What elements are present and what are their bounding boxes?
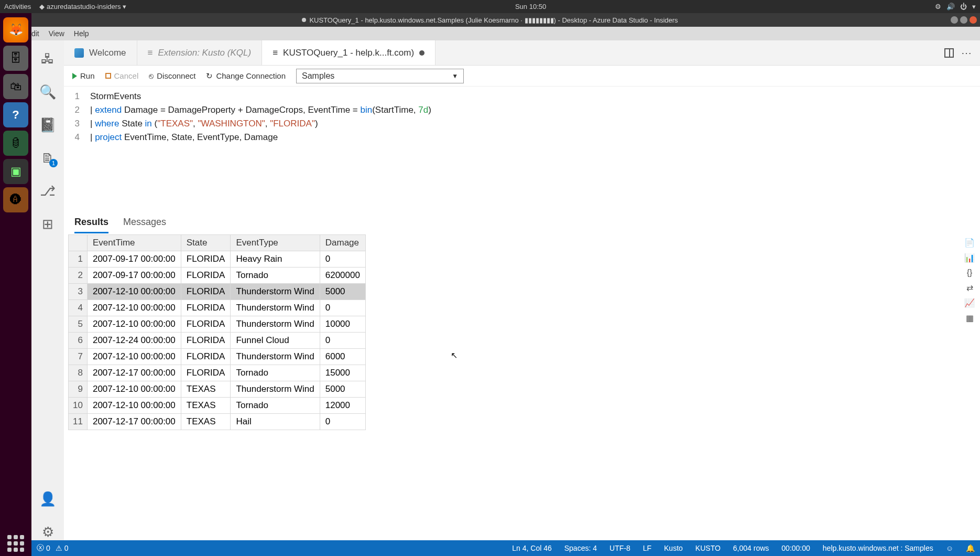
- status-cursor[interactable]: Ln 4, Col 46: [512, 544, 552, 552]
- row-number-header[interactable]: [69, 235, 88, 251]
- cell[interactable]: TEXAS: [181, 414, 231, 430]
- cancel-button[interactable]: Cancel: [105, 71, 139, 80]
- cell[interactable]: Thunderstorm Wind: [231, 300, 320, 316]
- cell[interactable]: FLORIDA: [181, 268, 231, 284]
- activities-button[interactable]: Activities: [4, 3, 31, 10]
- cell[interactable]: 2007-09-17 00:00:00: [87, 268, 181, 284]
- tab-welcome[interactable]: Welcome: [64, 40, 137, 65]
- tab-extension[interactable]: ≡ Extension: Kusto (KQL): [137, 40, 263, 65]
- table-row[interactable]: 92007-12-10 00:00:00TEXASThunderstorm Wi…: [69, 381, 366, 398]
- messages-tab[interactable]: Messages: [123, 217, 166, 233]
- status-language[interactable]: Kusto: [664, 544, 683, 552]
- cell[interactable]: 10000: [320, 316, 365, 333]
- cell[interactable]: 2007-12-17 00:00:00: [87, 414, 181, 430]
- activity-connections-icon[interactable]: 🖧: [41, 51, 55, 67]
- cell[interactable]: 5000: [320, 381, 365, 398]
- status-eol[interactable]: LF: [643, 544, 651, 552]
- cell[interactable]: FLORIDA: [181, 333, 231, 349]
- status-elapsed[interactable]: 00:00:00: [781, 544, 810, 552]
- activity-search-icon[interactable]: 🔍: [39, 84, 56, 100]
- table-row[interactable]: 82007-12-17 00:00:00FLORIDATornado15000: [69, 365, 366, 381]
- tab-active-query[interactable]: ≡ KUSTOQuery_1 - help.k...ft.com): [262, 40, 435, 65]
- power-icon[interactable]: ⏻: [960, 3, 967, 10]
- table-row[interactable]: 32007-12-10 00:00:00FLORIDAThunderstorm …: [69, 284, 366, 300]
- cell[interactable]: 0: [320, 300, 365, 316]
- row-number[interactable]: 1: [69, 251, 88, 268]
- cell[interactable]: 2007-12-10 00:00:00: [87, 316, 181, 333]
- network-icon[interactable]: ⚙: [935, 3, 941, 10]
- code-text[interactable]: | extend Damage = DamageProperty + Damag…: [90, 103, 431, 117]
- database-select[interactable]: Samples ▼: [296, 69, 464, 83]
- status-bell-icon[interactable]: 🔔: [966, 544, 975, 552]
- editor-line[interactable]: 1StormEvents: [64, 90, 980, 103]
- cell[interactable]: 0: [320, 251, 365, 268]
- status-engine[interactable]: KUSTO: [695, 544, 721, 552]
- change-connection-button[interactable]: ↻ Change Connection: [206, 71, 286, 81]
- status-errors[interactable]: ⓧ 0: [37, 543, 50, 553]
- cell[interactable]: TEXAS: [181, 381, 231, 398]
- cell[interactable]: Thunderstorm Wind: [231, 316, 320, 333]
- save-xml-icon[interactable]: ⇄: [966, 283, 973, 293]
- cell[interactable]: Thunderstorm Wind: [231, 381, 320, 398]
- cell[interactable]: 15000: [320, 365, 365, 381]
- table-row[interactable]: 112007-12-17 00:00:00TEXASHail0: [69, 414, 366, 430]
- cell[interactable]: FLORIDA: [181, 251, 231, 268]
- cell[interactable]: 6000: [320, 349, 365, 365]
- cell[interactable]: 2007-12-10 00:00:00: [87, 349, 181, 365]
- row-number[interactable]: 9: [69, 381, 88, 398]
- status-connection[interactable]: help.kusto.windows.net : Samples: [823, 544, 933, 552]
- editor-line[interactable]: 4| project EventTime, State, EventType, …: [64, 131, 980, 144]
- volume-icon[interactable]: 🔊: [946, 3, 955, 10]
- table-row[interactable]: 52007-12-10 00:00:00FLORIDAThunderstorm …: [69, 316, 366, 333]
- code-text[interactable]: StormEvents: [90, 90, 141, 103]
- activity-source-control-icon[interactable]: ⎇: [40, 183, 56, 199]
- launcher-files[interactable]: 🗄: [3, 46, 28, 71]
- status-spaces[interactable]: Spaces: 4: [564, 544, 597, 552]
- window-close-button[interactable]: [970, 16, 977, 24]
- table-row[interactable]: 62007-12-24 00:00:00FLORIDAFunnel Cloud0: [69, 333, 366, 349]
- results-tab[interactable]: Results: [74, 217, 108, 233]
- row-number[interactable]: 6: [69, 333, 88, 349]
- cell[interactable]: 2007-12-10 00:00:00: [87, 398, 181, 414]
- cell[interactable]: TEXAS: [181, 398, 231, 414]
- table-row[interactable]: 22007-09-17 00:00:00FLORIDATornado620000…: [69, 268, 366, 284]
- column-header[interactable]: Damage: [320, 235, 365, 251]
- clock[interactable]: Sun 10:50: [515, 3, 546, 10]
- launcher-firefox[interactable]: 🦊: [3, 17, 28, 42]
- query-editor[interactable]: 1StormEvents2| extend Damage = DamagePro…: [64, 87, 980, 212]
- cell[interactable]: 2007-12-10 00:00:00: [87, 381, 181, 398]
- launcher-show-apps[interactable]: [3, 531, 28, 556]
- cell[interactable]: 2007-12-24 00:00:00: [87, 333, 181, 349]
- launcher-updater[interactable]: 🅐: [3, 187, 28, 212]
- cell[interactable]: 5000: [320, 284, 365, 300]
- launcher-azure-data-studio[interactable]: 🛢: [3, 131, 28, 156]
- chart-icon[interactable]: 📈: [964, 298, 975, 308]
- visualizer-icon[interactable]: ▦: [966, 313, 974, 323]
- editor-line[interactable]: 2| extend Damage = DamageProperty + Dama…: [64, 103, 980, 117]
- disconnect-button[interactable]: ⎋ Disconnect: [149, 71, 195, 80]
- row-number[interactable]: 7: [69, 349, 88, 365]
- table-row[interactable]: 42007-12-10 00:00:00FLORIDAThunderstorm …: [69, 300, 366, 316]
- cell[interactable]: Funnel Cloud: [231, 333, 320, 349]
- cell[interactable]: FLORIDA: [181, 316, 231, 333]
- save-excel-icon[interactable]: 📊: [964, 253, 975, 263]
- cell[interactable]: 0: [320, 414, 365, 430]
- status-feedback-icon[interactable]: ☺: [946, 544, 953, 552]
- status-warnings[interactable]: ⚠ 0: [56, 544, 69, 552]
- run-button[interactable]: Run: [72, 71, 95, 80]
- launcher-help[interactable]: ?: [3, 102, 28, 127]
- cell[interactable]: Heavy Rain: [231, 251, 320, 268]
- activity-extensions-icon[interactable]: ⊞: [42, 216, 53, 232]
- save-csv-icon[interactable]: 📄: [964, 238, 975, 248]
- app-indicator[interactable]: ◆ azuredatastudio-insiders ▾: [39, 3, 126, 10]
- cell[interactable]: 12000: [320, 398, 365, 414]
- row-number[interactable]: 11: [69, 414, 88, 430]
- split-editor-icon[interactable]: [944, 48, 954, 58]
- more-actions-icon[interactable]: ⋯: [961, 47, 972, 59]
- column-header[interactable]: State: [181, 235, 231, 251]
- code-text[interactable]: | where State in ("TEXAS", "WASHINGTON",…: [90, 117, 318, 131]
- editor-line[interactable]: 3| where State in ("TEXAS", "WASHINGTON"…: [64, 117, 980, 131]
- row-number[interactable]: 8: [69, 365, 88, 381]
- cell[interactable]: FLORIDA: [181, 300, 231, 316]
- launcher-terminal[interactable]: ▣: [3, 159, 28, 184]
